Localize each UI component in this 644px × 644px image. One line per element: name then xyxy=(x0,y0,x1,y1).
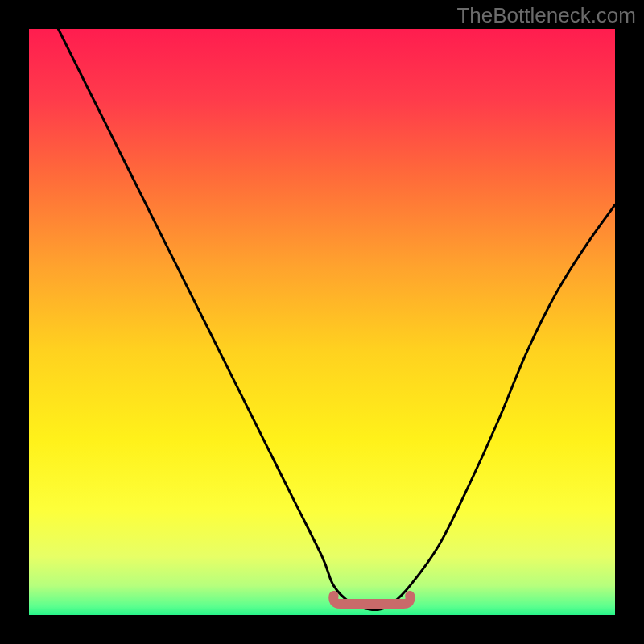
watermark-text: TheBottleneck.com xyxy=(456,3,636,28)
chart-container: TheBottleneck.com xyxy=(0,0,644,644)
plot-area xyxy=(29,29,615,615)
bottleneck-chart xyxy=(0,0,644,644)
